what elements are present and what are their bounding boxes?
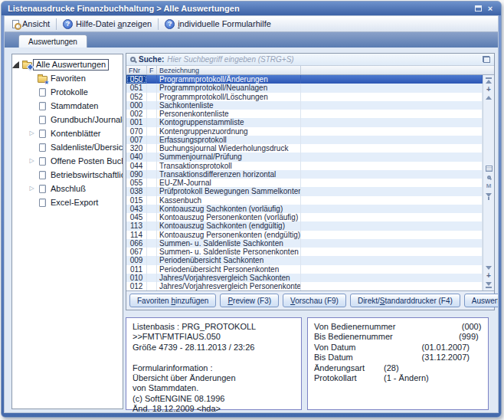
tree-item-offene-posten-buchhaltung[interactable]: ▷Offene Posten Buchhaltung [12, 154, 123, 168]
toolbar-separator [56, 18, 57, 30]
tree-item-betriebswirtschaftliche-auswertungen[interactable]: Betriebswirtschaftliche Auswertungen [12, 168, 123, 182]
title-bar: Listenausdrucke Finanzbuchhaltung > Alle… [2, 2, 501, 15]
cell-bezeichnung: Kontoauszug Personenkonten (vorläufig) [157, 213, 301, 221]
table-row[interactable]: 090Transaktionsdifferenzen horizontal [126, 170, 483, 179]
tree-item-grundbuch-journale[interactable]: Grundbuch/Journale [12, 113, 123, 126]
param-label: Von Datum [314, 343, 384, 353]
tree-item-stammdaten[interactable]: Stammdaten [12, 99, 123, 113]
cell-empty [301, 231, 483, 239]
tree-item-saldenliste-bersicht[interactable]: Saldenliste/Übersicht [12, 140, 123, 154]
cell-empty [301, 205, 483, 213]
table-row[interactable]: 066Summen- u. Saldenliste Sachkonten [126, 239, 483, 248]
filter-icon[interactable] [486, 193, 492, 200]
table-row[interactable]: 002Personenkontenliste [126, 110, 483, 118]
tree-item-excel-export[interactable]: Excel-Export [12, 195, 123, 209]
cell-empty [301, 239, 483, 248]
table-row[interactable]: 044Transaktionsprotokoll [126, 162, 483, 170]
table-row[interactable]: 045Kontoauszug Personenkonten (vorläufig… [126, 213, 483, 221]
preview-icon [12, 20, 19, 28]
scroll-last-icon[interactable] [486, 282, 492, 288]
close-button[interactable]: × [484, 3, 496, 14]
column-header-fnr[interactable]: FNr [126, 66, 147, 74]
search-input[interactable] [167, 55, 479, 64]
scroll-first-icon[interactable] [486, 77, 492, 84]
restore-button[interactable] [472, 3, 484, 14]
info-line: Größe 4739 - 28.11.2013 / 23:26 [133, 343, 301, 353]
table-row[interactable]: 038Prüfprotokoll Bewegungen Sammelkonten [126, 187, 483, 195]
insert-record-icon[interactable]: + [486, 87, 491, 93]
list-scrollbar[interactable]: + M + [483, 75, 494, 290]
button-preview-f3-[interactable]: Preview (F3) [220, 294, 279, 307]
tree-item-label: Kontenblätter [48, 129, 103, 139]
column-header-empty [301, 66, 483, 74]
page-icon [36, 143, 48, 152]
table-row[interactable]: 051Programmprotokoll/Neuanlagen [126, 84, 483, 92]
cell-empty [301, 170, 483, 179]
cell-bezeichnung: Kontoauszug Sachkonten (vorläufig) [157, 205, 301, 213]
scroll-down-icon[interactable] [486, 266, 492, 270]
table-row[interactable]: 012Jahres/Vorjahresvergleich Personenkon… [126, 282, 483, 290]
table-row[interactable]: 055EU-ZM-Journal [126, 179, 483, 187]
collapsed-arrow-icon[interactable]: ▷ [28, 158, 36, 164]
cell-fnr: 055 [126, 179, 147, 187]
cell-f [147, 144, 157, 153]
table-row[interactable]: 114Kontoauszug Personenkonten (endgültig… [126, 231, 483, 239]
find-icon[interactable] [487, 176, 491, 179]
collapsed-arrow-icon[interactable]: ▷ [28, 185, 36, 192]
tree-item-label: Saldenliste/Übersicht [48, 143, 123, 153]
table-row[interactable]: 043Kontoauszug Sachkonten (vorläufig) [126, 205, 483, 213]
table-row[interactable]: 040Summenjournal/Prüfung [126, 153, 483, 161]
button-auswertung-drucken[interactable]: Auswertung drucken [464, 294, 499, 307]
cell-bezeichnung: Jahres/Vorjahresvergleich Sachkonten [157, 274, 301, 282]
cell-f [147, 196, 157, 205]
tree-item-kontenbl-tter[interactable]: ▷Kontenblätter [12, 126, 123, 140]
tree-root-item[interactable]: Alle Auswertungen [12, 57, 123, 71]
toolbar-item-hilfe-datei[interactable]: Hilfe-Datei anzeigen [58, 18, 156, 31]
toolbar-item-formularhilfe[interactable]: individuelle Formularhilfe [160, 18, 276, 31]
restore-icon [475, 5, 482, 11]
table-row[interactable]: 011Periodenübersicht Personenkonten [126, 265, 483, 274]
table-row[interactable]: 050Programmprotokoll/Änderungen [126, 75, 483, 84]
table-row[interactable]: 070Kontengruppenzuordnung [126, 127, 483, 136]
cell-bezeichnung: Periodenübersicht Personenkonten [157, 265, 301, 274]
collapsed-arrow-icon[interactable]: ▷ [28, 130, 36, 136]
cell-f [147, 282, 157, 290]
toolbar-separator [158, 18, 159, 30]
cell-fnr: 067 [126, 248, 147, 256]
table-row[interactable]: 015Kassenbuch [126, 196, 483, 205]
table-row[interactable]: 007Erfassungsprotokoll [126, 136, 483, 144]
mark-icon[interactable]: M [486, 183, 492, 189]
expanded-arrow-icon[interactable] [12, 61, 21, 68]
column-chooser-icon[interactable] [483, 56, 490, 63]
table-row[interactable]: 009Periodenübersicht Sachkonten [126, 256, 483, 264]
table-row[interactable]: 010Jahres/Vorjahresvergleich Sachkonten [126, 274, 483, 282]
table-row[interactable]: 113Kontoauszug Sachkonten (endgültig) [126, 221, 483, 230]
column-header-f[interactable]: F [147, 66, 157, 74]
info-line: Formularinformation : [133, 363, 301, 373]
cell-empty [301, 118, 483, 126]
cell-bezeichnung: Jahres/Vorjahresvergleich Personenkonten [157, 282, 301, 290]
button-favoriten-hinzuf-gen[interactable]: Favoriten hinzufügen [129, 294, 216, 307]
tree-item-label: Stammdaten [48, 101, 100, 111]
page-icon [36, 157, 48, 166]
tree-item-abschlu-[interactable]: ▷Abschluß [12, 182, 123, 195]
cell-bezeichnung: Buchungsjournal Wiederholungsdruck [157, 144, 301, 153]
table-row[interactable]: 001Kontogruppenstammliste [126, 118, 483, 126]
workspace: Alle Auswertungen FavoritenProtokolleSta… [5, 48, 498, 412]
cell-bezeichnung: Kassenbuch [157, 196, 301, 205]
table-row[interactable]: 067Summen- u. Saldenliste Personenkonten [126, 248, 483, 256]
button-vorschau-f9-[interactable]: Vorschau (F9) [283, 294, 346, 307]
table-row[interactable]: 052Programmprotokoll/Löschungen [126, 93, 483, 101]
list-info-panel: Listenbasis : PRG_PROTOKOLL>>FMT\FMTFIAU… [126, 317, 302, 410]
table-row[interactable]: 320Buchungsjournal Wiederholungsdruck [126, 144, 483, 153]
tree-item-favoriten[interactable]: Favoriten [12, 71, 123, 85]
column-header-bezeichnung[interactable]: Bezeichnung [157, 66, 301, 74]
page-icon [36, 171, 48, 179]
table-row[interactable]: 000Sachkontenliste [126, 101, 483, 110]
list-view-icon[interactable] [486, 166, 493, 172]
toolbar-item-ansicht[interactable]: Ansicht [8, 18, 54, 31]
append-record-icon[interactable]: + [486, 273, 491, 279]
tab-auswertungen[interactable]: Auswertungen [18, 34, 87, 48]
button-direkt-standarddrucker-f4-[interactable]: Direkt/Standarddrucker (F4) [350, 294, 460, 307]
tree-item-protokolle[interactable]: Protokolle [12, 85, 123, 99]
